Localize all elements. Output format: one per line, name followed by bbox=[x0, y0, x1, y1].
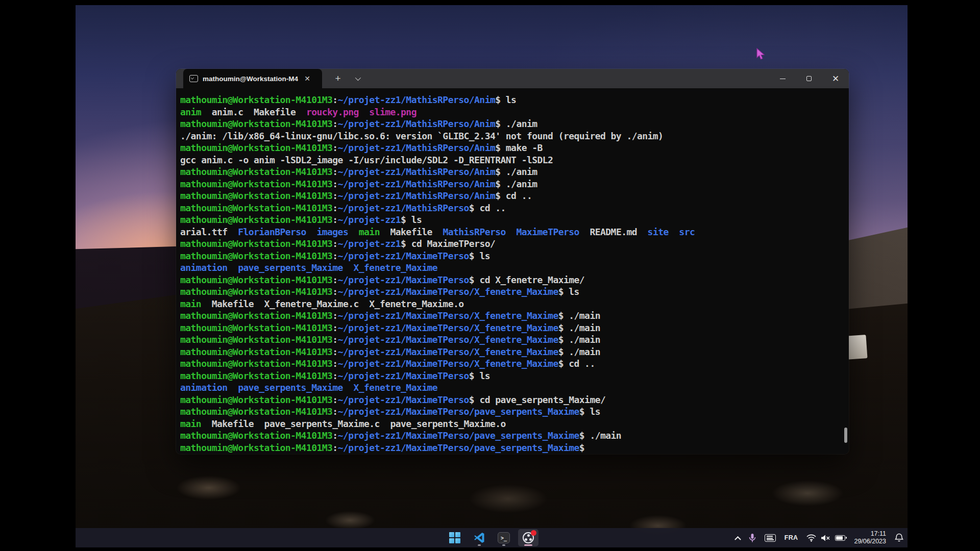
minimize-icon bbox=[780, 79, 786, 79]
taskbar-clock[interactable]: 17:11 29/06/2023 bbox=[854, 530, 886, 545]
tab-close-button[interactable]: ✕ bbox=[303, 74, 312, 83]
terminal-line: mathoumin@Workstation-M4101M3:~/projet-z… bbox=[180, 190, 842, 202]
terminal-line: mathoumin@Workstation-M4101M3:~/projet-z… bbox=[180, 274, 842, 286]
network-volume-battery-group[interactable] bbox=[806, 534, 845, 542]
taskbar-app-group: >_ bbox=[445, 528, 538, 547]
close-icon: ✕ bbox=[832, 74, 839, 83]
terminal-line: mathoumin@Workstation-M4101M3:~/projet-z… bbox=[180, 310, 842, 322]
terminal-line: mathoumin@Workstation-M4101M3:~/projet-z… bbox=[180, 94, 842, 106]
letterbox-top bbox=[0, 0, 980, 5]
close-button[interactable]: ✕ bbox=[822, 69, 849, 88]
terminal-body[interactable]: mathoumin@Workstation-M4101M3:~/projet-z… bbox=[176, 88, 849, 454]
terminal-line: mathoumin@Workstation-M4101M3:~/projet-z… bbox=[180, 238, 842, 250]
terminal-scrollbar-thumb[interactable] bbox=[844, 428, 847, 443]
vscode-running-indicator bbox=[478, 544, 481, 546]
terminal-line: mathoumin@Workstation-M4101M3:~/projet-z… bbox=[180, 250, 842, 262]
minimize-button[interactable] bbox=[769, 69, 796, 88]
terminal-line: mathoumin@Workstation-M4101M3:~/projet-z… bbox=[180, 286, 842, 298]
tab-title: mathoumin@Workstation-M4 bbox=[203, 75, 303, 83]
hidden-icons-button[interactable] bbox=[736, 536, 740, 540]
terminal-line: mathoumin@Workstation-M4101M3:~/projet-z… bbox=[180, 322, 842, 334]
touch-keyboard-button[interactable] bbox=[765, 534, 776, 542]
terminal-line: ./anim: /lib/x86_64-linux-gnu/libc.so.6:… bbox=[180, 130, 842, 142]
terminal-line: arial.ttf FlorianBPerso images main Make… bbox=[180, 226, 842, 238]
terminal-line: anim anim.c Makefile roucky.png slime.pn… bbox=[180, 106, 842, 118]
terminal-tab[interactable]: mathoumin@Workstation-M4 ✕ bbox=[183, 69, 322, 88]
letterbox-bottom bbox=[0, 547, 980, 551]
chevron-down-icon bbox=[355, 75, 361, 81]
taskbar-obs-button[interactable] bbox=[518, 529, 538, 546]
terminal-line: animation pave_serpents_Maxime X_fenetre… bbox=[180, 262, 842, 274]
taskbar-terminal-button[interactable]: >_ bbox=[494, 529, 514, 546]
terminal-line: mathoumin@Workstation-M4101M3:~/projet-z… bbox=[180, 166, 842, 178]
terminal-line: mathoumin@Workstation-M4101M3:~/projet-z… bbox=[180, 334, 842, 346]
terminal-window: mathoumin@Workstation-M4 ✕ + ✕ mathoumin… bbox=[176, 69, 849, 454]
microphone-icon bbox=[749, 533, 756, 543]
terminal-line: main Makefile pave_serpents_Maxime.c pav… bbox=[180, 418, 842, 430]
letterbox-left bbox=[0, 0, 76, 551]
terminal-line: animation pave_serpents_Maxime X_fenetre… bbox=[180, 382, 842, 394]
clock-date: 29/06/2023 bbox=[854, 538, 886, 545]
notification-center-button[interactable] bbox=[895, 533, 903, 542]
terminal-output: mathoumin@Workstation-M4101M3:~/projet-z… bbox=[180, 94, 842, 454]
language-indicator[interactable]: FRA bbox=[785, 534, 798, 541]
battery-icon bbox=[835, 535, 845, 541]
tab-terminal-icon bbox=[189, 75, 198, 82]
terminal-line: mathoumin@Workstation-M4101M3:~/projet-z… bbox=[180, 118, 842, 130]
terminal-line: gcc anim.c -o anim -lSDL2_image -I/usr/i… bbox=[180, 154, 842, 166]
microphone-tray-button[interactable] bbox=[749, 533, 756, 543]
letterbox-right bbox=[908, 0, 980, 551]
terminal-line: mathoumin@Workstation-M4101M3:~/projet-z… bbox=[180, 178, 842, 190]
terminal-line: mathoumin@Workstation-M4101M3:~/projet-z… bbox=[180, 202, 842, 214]
terminal-line: mathoumin@Workstation-M4101M3:~/projet-z… bbox=[180, 358, 842, 370]
maximize-icon bbox=[806, 76, 812, 81]
terminal-line: mathoumin@Workstation-M4101M3:~/projet-z… bbox=[180, 442, 842, 454]
terminal-line: mathoumin@Workstation-M4101M3:~/projet-z… bbox=[180, 214, 842, 226]
terminal-icon: >_ bbox=[498, 532, 510, 543]
terminal-line: main Makefile X_fenetre_Maxime.c X_fenet… bbox=[180, 298, 842, 310]
volume-muted-icon bbox=[821, 534, 830, 542]
windows-start-icon bbox=[449, 532, 460, 543]
terminal-running-indicator bbox=[502, 544, 505, 546]
taskbar-start-button[interactable] bbox=[445, 529, 465, 546]
keyboard-icon bbox=[765, 534, 776, 542]
bell-icon bbox=[895, 533, 903, 542]
taskbar: >_ FRA bbox=[76, 528, 908, 547]
new-tab-button[interactable]: + bbox=[329, 69, 347, 88]
mouse-cursor bbox=[756, 48, 767, 63]
vscode-icon bbox=[473, 532, 485, 544]
chevron-up-icon bbox=[734, 536, 741, 542]
terminal-line: mathoumin@Workstation-M4101M3:~/projet-z… bbox=[180, 430, 842, 442]
system-tray: FRA 17:11 29/06/2023 bbox=[736, 528, 903, 547]
terminal-line: mathoumin@Workstation-M4101M3:~/projet-z… bbox=[180, 142, 842, 154]
tab-dropdown-button[interactable] bbox=[350, 69, 365, 88]
taskbar-vscode-button[interactable] bbox=[469, 529, 489, 546]
obs-notification-badge bbox=[531, 530, 536, 536]
clock-time: 17:11 bbox=[854, 530, 886, 538]
terminal-line: mathoumin@Workstation-M4101M3:~/projet-z… bbox=[180, 394, 842, 406]
obs-running-indicator bbox=[524, 544, 532, 546]
maximize-button[interactable] bbox=[796, 69, 822, 88]
titlebar[interactable]: mathoumin@Workstation-M4 ✕ + ✕ bbox=[176, 69, 849, 88]
terminal-line: mathoumin@Workstation-M4101M3:~/projet-z… bbox=[180, 406, 842, 418]
wifi-icon bbox=[806, 534, 816, 542]
terminal-line: mathoumin@Workstation-M4101M3:~/projet-z… bbox=[180, 370, 842, 382]
terminal-line: mathoumin@Workstation-M4101M3:~/projet-z… bbox=[180, 346, 842, 358]
